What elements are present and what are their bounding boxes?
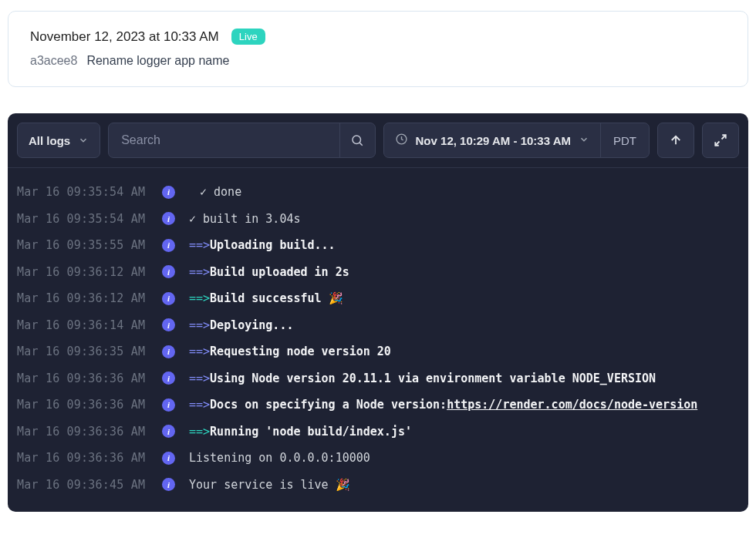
log-message: ==> Using Node version 20.11.1 via envir… bbox=[189, 370, 656, 388]
log-message: ==> Uploading build... bbox=[189, 237, 336, 254]
log-line: Mar 16 09:36:36 AMiListening on 0.0.0.0:… bbox=[17, 445, 739, 472]
log-timestamp: Mar 16 09:36:36 AM bbox=[17, 449, 148, 467]
time-range-picker[interactable]: Nov 12, 10:29 AM - 10:33 AM bbox=[384, 123, 600, 157]
svg-point-0 bbox=[353, 136, 361, 144]
log-timestamp: Mar 16 09:35:54 AM bbox=[17, 183, 148, 201]
log-timestamp: Mar 16 09:36:45 AM bbox=[17, 476, 148, 494]
log-line: Mar 16 09:36:45 AMiYour service is live … bbox=[17, 472, 739, 499]
log-message: ==> Docs on specifying a Node version: h… bbox=[189, 396, 697, 414]
log-text: Requesting node version 20 bbox=[210, 343, 391, 361]
log-timestamp: Mar 16 09:36:12 AM bbox=[17, 290, 148, 308]
arrow-icon: ==> bbox=[189, 264, 210, 281]
timezone-picker[interactable]: PDT bbox=[600, 123, 649, 157]
log-message: ✓ done bbox=[189, 183, 241, 201]
time-range-label: Nov 12, 10:29 AM - 10:33 AM bbox=[416, 134, 571, 147]
log-line: Mar 16 09:35:55 AMi==> Uploading build..… bbox=[17, 232, 739, 259]
arrow-icon: ==> bbox=[189, 343, 210, 361]
log-line: Mar 16 09:36:12 AMi==> Build uploaded in… bbox=[17, 259, 739, 286]
log-timestamp: Mar 16 09:36:35 AM bbox=[17, 343, 148, 361]
log-message: Listening on 0.0.0.0:10000 bbox=[189, 449, 370, 467]
log-message: ==> Running 'node build/index.js' bbox=[189, 423, 412, 441]
deploy-card: November 12, 2023 at 10:33 AM Live a3ace… bbox=[8, 11, 748, 87]
commit-message: Rename logger app name bbox=[86, 54, 229, 68]
info-icon: i bbox=[162, 478, 175, 491]
log-text: ✓ done bbox=[200, 183, 241, 201]
info-icon: i bbox=[162, 265, 175, 278]
log-line: Mar 16 09:36:35 AMi==> Requesting node v… bbox=[17, 338, 739, 365]
log-message: ==> Deploying... bbox=[189, 317, 293, 335]
scroll-up-button[interactable] bbox=[657, 123, 694, 158]
info-icon: i bbox=[162, 292, 175, 305]
search-button[interactable] bbox=[339, 123, 375, 158]
log-line: Mar 16 09:36:36 AMi==> Running 'node bui… bbox=[17, 419, 739, 445]
log-timestamp: Mar 16 09:35:54 AM bbox=[17, 210, 148, 228]
log-line: Mar 16 09:35:54 AMi✓ built in 3.04s bbox=[17, 206, 739, 233]
log-message: ✓ built in 3.04s bbox=[189, 210, 301, 228]
expand-icon bbox=[714, 133, 727, 147]
log-filter-label: All logs bbox=[29, 134, 70, 147]
log-timestamp: Mar 16 09:36:36 AM bbox=[17, 370, 148, 388]
log-timestamp: Mar 16 09:36:14 AM bbox=[17, 317, 148, 335]
log-text: Using Node version 20.11.1 via environme… bbox=[210, 370, 656, 388]
info-icon: i bbox=[162, 186, 175, 199]
log-message: ==> Build uploaded in 2s bbox=[189, 264, 349, 281]
info-icon: i bbox=[162, 318, 175, 331]
log-list: Mar 16 09:35:54 AMi✓ doneMar 16 09:35:54… bbox=[8, 168, 748, 512]
deploy-header: November 12, 2023 at 10:33 AM Live bbox=[30, 29, 726, 45]
log-text: Deploying... bbox=[210, 317, 293, 335]
log-message: ==> Requesting node version 20 bbox=[189, 343, 391, 361]
arrow-icon: ==> bbox=[189, 423, 210, 441]
log-filter-dropdown[interactable]: All logs bbox=[17, 123, 100, 158]
time-range-group: Nov 12, 10:29 AM - 10:33 AM PDT bbox=[383, 123, 650, 158]
clock-icon bbox=[395, 133, 408, 148]
log-text: Uploading build... bbox=[210, 237, 336, 254]
log-timestamp: Mar 16 09:36:12 AM bbox=[17, 264, 148, 281]
live-badge: Live bbox=[231, 29, 265, 45]
log-text: Your service is live 🎉 bbox=[189, 476, 350, 494]
log-timestamp: Mar 16 09:36:36 AM bbox=[17, 423, 148, 441]
log-timestamp: Mar 16 09:36:36 AM bbox=[17, 396, 148, 414]
info-icon: i bbox=[162, 212, 175, 225]
arrow-icon: ==> bbox=[189, 396, 210, 414]
info-icon: i bbox=[162, 398, 175, 412]
info-icon: i bbox=[162, 371, 175, 385]
commit-hash: a3acee8 bbox=[30, 54, 77, 68]
arrow-icon: ==> bbox=[189, 290, 210, 308]
logs-toolbar: All logs Nov 12, 10:29 AM - 10:33 AM bbox=[8, 113, 748, 168]
arrow-icon: ==> bbox=[189, 237, 210, 254]
log-text: Running 'node build/index.js' bbox=[210, 423, 412, 441]
log-text: Build successful 🎉 bbox=[210, 290, 343, 308]
log-line: Mar 16 09:36:12 AMi==> Build successful … bbox=[17, 285, 739, 312]
svg-line-1 bbox=[359, 143, 362, 145]
log-line: Mar 16 09:36:14 AMi==> Deploying... bbox=[17, 312, 739, 339]
search-field[interactable] bbox=[108, 123, 375, 158]
info-icon: i bbox=[162, 452, 175, 465]
chevron-down-icon bbox=[579, 134, 589, 147]
timezone-label: PDT bbox=[613, 134, 636, 147]
info-icon: i bbox=[162, 239, 175, 252]
search-input[interactable] bbox=[109, 133, 339, 147]
info-icon: i bbox=[162, 425, 175, 438]
fullscreen-button[interactable] bbox=[702, 123, 739, 158]
log-text: ✓ built in 3.04s bbox=[189, 210, 301, 228]
info-icon: i bbox=[162, 345, 175, 358]
log-text: Build uploaded in 2s bbox=[210, 264, 349, 281]
deploy-commit: a3acee8 Rename logger app name bbox=[30, 54, 726, 68]
chevron-down-icon bbox=[78, 135, 89, 146]
arrow-icon: ==> bbox=[189, 317, 210, 335]
log-text: Docs on specifying a Node version: bbox=[210, 396, 447, 414]
log-message: Your service is live 🎉 bbox=[189, 476, 350, 494]
log-text: Listening on 0.0.0.0:10000 bbox=[189, 449, 370, 467]
log-line: Mar 16 09:36:36 AMi==> Docs on specifyin… bbox=[17, 392, 739, 419]
log-line: Mar 16 09:36:36 AMi==> Using Node versio… bbox=[17, 365, 739, 392]
arrow-icon: ==> bbox=[189, 370, 210, 388]
log-line: Mar 16 09:35:54 AMi✓ done bbox=[17, 179, 739, 206]
log-timestamp: Mar 16 09:35:55 AM bbox=[17, 237, 148, 254]
logs-panel: All logs Nov 12, 10:29 AM - 10:33 AM bbox=[8, 113, 748, 512]
log-link[interactable]: https://render.com/docs/node-version bbox=[447, 396, 697, 414]
deploy-timestamp: November 12, 2023 at 10:33 AM bbox=[30, 29, 219, 45]
arrow-up-icon bbox=[669, 133, 683, 147]
log-message: ==> Build successful 🎉 bbox=[189, 290, 343, 308]
